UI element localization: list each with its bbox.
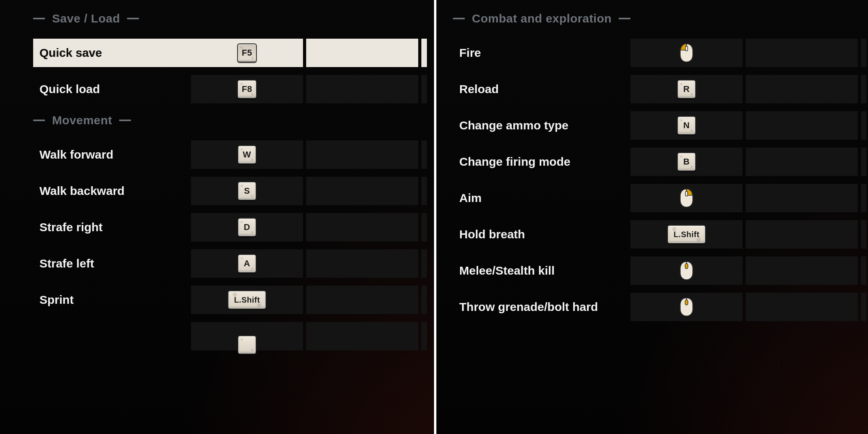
binding-secondary-cell[interactable] [306, 249, 418, 278]
binding-primary-cell[interactable]: B [630, 148, 743, 176]
binding-primary-cell[interactable]: A [191, 249, 303, 278]
binding-label: Throw grenade/bolt hard [459, 300, 598, 314]
mouse-left-icon [678, 43, 695, 63]
binding-secondary-cell[interactable] [746, 75, 858, 103]
divider-icon [33, 18, 45, 19]
left-pane: Save / Load Quick save F5 Quick load [0, 0, 434, 434]
binding-primary-cell[interactable]: N [630, 111, 743, 140]
keycap-icon: L.Shift [228, 290, 266, 309]
section-header-movement: Movement [33, 114, 434, 127]
binding-primary-cell[interactable]: R [630, 75, 743, 103]
binding-primary-cell[interactable]: D [191, 213, 303, 241]
right-pane: Combat and exploration Fire Reload [434, 0, 868, 434]
binding-label: Sprint [39, 293, 74, 307]
binding-row-fire[interactable]: Fire [453, 39, 850, 67]
binding-row-walk-backward[interactable]: Walk backward S [33, 177, 430, 205]
binding-row-melee[interactable]: Melee/Stealth kill [453, 256, 850, 285]
keycap-icon: W [238, 145, 256, 164]
binding-label-cell: Change ammo type [453, 111, 630, 140]
binding-primary-cell[interactable]: W [191, 140, 303, 169]
binding-secondary-cell[interactable] [306, 75, 418, 103]
binding-primary-cell[interactable] [191, 322, 303, 350]
binding-row-aim[interactable]: Aim [453, 184, 850, 212]
svg-rect-1 [685, 46, 688, 51]
binding-row-hold-breath[interactable]: Hold breath L.Shift [453, 220, 850, 249]
binding-label: Change ammo type [459, 119, 569, 132]
binding-label: Strafe left [39, 257, 94, 270]
keycap-text: B [683, 157, 690, 167]
binding-secondary-cell[interactable] [306, 39, 418, 67]
mouse-middle-icon [678, 261, 695, 281]
binding-primary-cell[interactable]: L.Shift [630, 220, 743, 249]
section-title: Save / Load [52, 12, 120, 25]
binding-label-cell: Strafe left [33, 249, 191, 278]
keycap-text: A [244, 258, 250, 269]
binding-label-cell: Reload [453, 75, 630, 103]
keycap-text: L.Shift [234, 296, 260, 305]
binding-row-sprint[interactable]: Sprint L.Shift [33, 286, 430, 314]
section-header-save-load: Save / Load [33, 12, 434, 25]
binding-primary-cell[interactable]: S [191, 177, 303, 205]
svg-rect-5 [685, 264, 688, 269]
binding-row-quick-save[interactable]: Quick save F5 [33, 39, 430, 67]
binding-label-cell: Throw grenade/bolt hard [453, 293, 630, 321]
keycap-text: F8 [242, 84, 253, 94]
keycap-icon: B [677, 152, 696, 171]
binding-label-cell: Change firing mode [453, 148, 630, 176]
binding-label: Walk backward [39, 184, 125, 198]
binding-primary-cell[interactable] [630, 293, 743, 321]
binding-row-walk-forward[interactable]: Walk forward W [33, 140, 430, 169]
binding-row-firing-mode[interactable]: Change firing mode B [453, 148, 850, 176]
binding-label-cell: Walk backward [33, 177, 191, 205]
binding-secondary-cell[interactable] [746, 184, 858, 212]
binding-row-strafe-left[interactable]: Strafe left A [33, 249, 430, 278]
binding-row-partial[interactable] [33, 322, 430, 350]
mouse-right-icon [678, 188, 695, 208]
keycap-icon: S [238, 181, 256, 200]
binding-label-cell: Quick load [33, 75, 191, 103]
row-edge [421, 75, 427, 103]
binding-primary-cell[interactable] [630, 184, 743, 212]
binding-label: Hold breath [459, 228, 525, 241]
binding-secondary-cell[interactable] [746, 111, 858, 140]
binding-row-throw-grenade[interactable]: Throw grenade/bolt hard [453, 293, 850, 321]
binding-primary-cell[interactable]: L.Shift [191, 286, 303, 314]
binding-row-reload[interactable]: Reload R [453, 75, 850, 103]
keycap-text: F5 [242, 48, 253, 58]
binding-secondary-cell[interactable] [746, 256, 858, 285]
divider-icon [619, 18, 630, 19]
binding-secondary-cell[interactable] [306, 213, 418, 241]
binding-row-strafe-right[interactable]: Strafe right D [33, 213, 430, 241]
binding-secondary-cell[interactable] [746, 293, 858, 321]
binding-label-cell [33, 322, 191, 350]
divider-icon [33, 120, 45, 121]
binding-primary-cell[interactable] [630, 39, 743, 67]
binding-secondary-cell[interactable] [306, 322, 418, 350]
keycap-text: S [244, 186, 250, 196]
binding-label: Aim [459, 191, 482, 205]
row-edge [421, 249, 427, 278]
binding-primary-cell[interactable] [630, 256, 743, 285]
row-edge [421, 322, 427, 350]
divider-icon [453, 18, 465, 19]
row-edge [861, 148, 866, 176]
binding-secondary-cell[interactable] [746, 39, 858, 67]
binding-label: Walk forward [39, 148, 113, 161]
binding-label-cell: Sprint [33, 286, 191, 314]
row-edge [861, 256, 866, 285]
binding-row-change-ammo[interactable]: Change ammo type N [453, 111, 850, 140]
binding-secondary-cell[interactable] [746, 220, 858, 249]
binding-primary-cell[interactable]: F8 [191, 75, 303, 103]
binding-secondary-cell[interactable] [306, 177, 418, 205]
binding-secondary-cell[interactable] [306, 286, 418, 314]
binding-label-cell: Melee/Stealth kill [453, 256, 630, 285]
row-edge [861, 220, 866, 249]
binding-secondary-cell[interactable] [746, 148, 858, 176]
row-edge [421, 286, 427, 314]
binding-label: Melee/Stealth kill [459, 264, 555, 277]
section-header-combat: Combat and exploration [453, 12, 868, 25]
binding-secondary-cell[interactable] [306, 140, 418, 169]
binding-row-quick-load[interactable]: Quick load F8 [33, 75, 430, 103]
binding-primary-cell[interactable]: F5 [191, 39, 303, 67]
divider-icon [127, 18, 139, 19]
